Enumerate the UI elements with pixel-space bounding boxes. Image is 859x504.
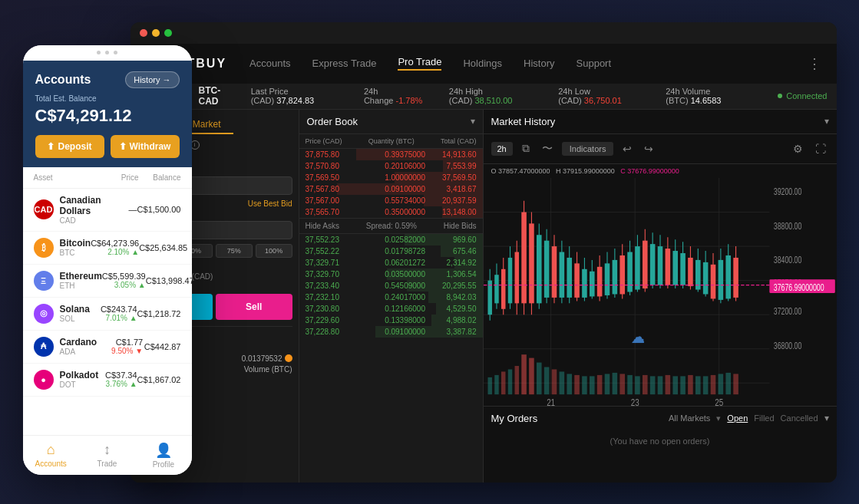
spread-row: Hide Asks Spread: 0.59% Hide Bids <box>299 218 483 234</box>
asset-name-cad: Canadian Dollars <box>60 195 102 216</box>
trading-pair[interactable]: BTC-CAD <box>199 85 240 107</box>
orders-filled-filter[interactable]: Filled <box>754 413 774 423</box>
bid-row[interactable]: 37,329.70 0.03500000 1,306.54 <box>299 268 483 280</box>
chart-header: Market History ▾ <box>484 110 837 134</box>
timeframe-2h-button[interactable]: 2h <box>491 142 513 156</box>
mobile-history-button[interactable]: History → <box>125 71 179 88</box>
nav-accounts[interactable]: Accounts <box>249 58 290 69</box>
asset-price-btc: C$64,273.96 <box>91 239 139 248</box>
ask-row[interactable]: 37,567.80 0.09100000 3,418.67 <box>299 183 483 195</box>
col-header-price: Price <box>97 173 139 182</box>
filter-separator-1: ▾ <box>716 413 721 423</box>
ask-price: 37,569.50 <box>306 173 359 182</box>
svg-text:25: 25 <box>715 396 723 406</box>
bid-row[interactable]: 37,229.60 0.13398000 4,988.02 <box>299 315 483 326</box>
svg-rect-92 <box>596 374 602 394</box>
bid-row[interactable]: 37,233.40 0.54509000 20,295.55 <box>299 280 483 292</box>
bid-qty: 0.01798728 <box>364 247 425 255</box>
asset-icon-eth: Ξ <box>34 271 54 291</box>
accounts-nav-icon: ⌂ <box>47 442 55 458</box>
asset-balance-btc: C$25,634.85 <box>139 243 187 252</box>
chart-chevron[interactable]: ▾ <box>824 116 829 127</box>
nav-support[interactable]: Support <box>577 58 612 69</box>
nav-history[interactable]: History <box>524 58 554 69</box>
orders-empty-message: (You have no open orders) <box>491 436 829 446</box>
asset-symbol-btc: BTC <box>60 249 91 257</box>
bid-row[interactable]: 37,329.71 0.06201272 2,314.92 <box>299 257 483 268</box>
mobile-deposit-button[interactable]: ⬆ Deposit <box>35 135 104 158</box>
svg-rect-89 <box>574 374 580 394</box>
mobile-asset-row[interactable]: CAD Canadian Dollars CAD — C$1,500.00 <box>23 189 192 232</box>
connection-status: Connected <box>778 91 827 100</box>
ask-row[interactable]: 37,567.00 0.55734000 20,937.59 <box>299 195 483 206</box>
mobile-asset-row[interactable]: Ξ Ethereum ETH C$5,599.39 3.05% ▲ C$13,9… <box>23 265 192 298</box>
order-book-chevron[interactable]: ▾ <box>471 116 475 127</box>
fullscreen-icon[interactable]: ⛶ <box>812 141 829 156</box>
ask-row[interactable]: 37,565.70 0.35000000 13,148.00 <box>299 206 483 218</box>
ask-row[interactable]: 37,570.80 0.20106000 7,553.99 <box>299 160 483 172</box>
24h-change: 24h Change -1.78% <box>364 87 438 105</box>
ask-row[interactable]: 37,875.80 0.39375000 14,913.60 <box>299 149 483 160</box>
bid-row[interactable]: 37,230.80 0.12166000 4,529.50 <box>299 303 483 315</box>
asset-list-header: Asset Price Balance <box>23 167 192 189</box>
last-price: Last Price (CAD) 37,824.83 <box>251 87 353 105</box>
bid-price: 37,552.23 <box>306 236 359 244</box>
settings-icon[interactable]: ⚙ <box>790 141 806 156</box>
mobile-asset-row[interactable]: ₳ Cardano ADA C$1.77 9.50% ▼ C$442.87 <box>23 331 192 364</box>
chart-canvas: 21 23 25 39200.00 38800.00 38400.00 3767… <box>484 178 837 406</box>
close-dot[interactable] <box>140 29 147 37</box>
pct-100-button[interactable]: 100% <box>256 244 292 258</box>
mobile-asset-row[interactable]: ◎ Solana SOL C$243.74 7.01% ▲ C$1,218.72 <box>23 298 192 331</box>
asset-price-sol: C$243.74 <box>101 305 137 314</box>
bid-row[interactable]: 37,552.22 0.01798728 675.46 <box>299 245 483 257</box>
orders-cancelled-filter[interactable]: Cancelled <box>781 413 818 423</box>
asset-price-col-cad: — <box>102 205 137 214</box>
svg-rect-82 <box>521 354 527 394</box>
bid-rows: 37,552.23 0.02582000 969.60 37,552.22 0.… <box>299 234 483 338</box>
mobile-asset-row[interactable]: ● Polkadot DOT C$37.34 3.76% ▲ C$1,867.0… <box>23 364 192 397</box>
minimize-dot[interactable] <box>152 29 160 37</box>
order-book-header: Order Book ▾ <box>299 110 483 134</box>
svg-rect-110 <box>733 374 738 394</box>
chart-type-icon[interactable]: ⧉ <box>519 140 533 156</box>
nav-express-trade[interactable]: Express Trade <box>312 58 377 69</box>
asset-price-ada: C$1.77 <box>105 338 143 347</box>
pct-75-button[interactable]: 75% <box>216 244 253 258</box>
bid-row[interactable]: 37,228.80 0.09100000 3,387.82 <box>299 326 483 338</box>
indicators-button[interactable]: Indicators <box>562 142 614 156</box>
mobile-withdraw-button[interactable]: ⬆ Withdraw <box>111 135 180 158</box>
orders-market-filter[interactable]: All Markets <box>669 413 710 423</box>
title-bar <box>131 22 837 44</box>
asset-info-sol: Solana SOL <box>60 304 101 323</box>
mobile-asset-row[interactable]: ₿ Bitcoin BTC C$64,273.96 2.10% ▲ C$25,6… <box>23 232 192 265</box>
sell-button[interactable]: Sell <box>216 294 292 320</box>
redo-icon[interactable]: ↪ <box>641 141 656 156</box>
asset-price-dot: C$37.34 <box>102 371 137 380</box>
orders-open-filter[interactable]: Open <box>727 413 748 423</box>
svg-text:39200.00: 39200.00 <box>773 187 801 197</box>
undo-icon[interactable]: ↩ <box>619 141 635 156</box>
svg-rect-91 <box>590 376 595 394</box>
col-header-asset: Asset <box>34 173 97 182</box>
orders-chevron[interactable]: ▾ <box>824 413 829 423</box>
asset-price-col-btc: C$64,273.96 2.10% ▲ <box>91 239 139 256</box>
more-menu-button[interactable]: ⋮ <box>808 55 821 72</box>
hide-bids-link[interactable]: Hide Bids <box>444 222 477 230</box>
ask-row[interactable]: 37,569.50 1.00000000 37,569.50 <box>299 172 483 183</box>
deposit-icon: ⬆ <box>47 141 55 152</box>
mobile-nav-trade[interactable]: ↕ Trade <box>79 436 135 475</box>
svg-rect-100 <box>657 376 662 394</box>
nav-holdings[interactable]: Holdings <box>463 58 502 69</box>
mobile-nav-profile[interactable]: 👤 Profile <box>135 436 191 475</box>
svg-text:21: 21 <box>547 396 555 406</box>
mobile-nav-accounts[interactable]: ⌂ Accounts <box>23 436 79 475</box>
asset-info-btc: Bitcoin BTC <box>60 238 91 257</box>
bid-row[interactable]: 37,552.23 0.02582000 969.60 <box>299 234 483 245</box>
wave-icon[interactable]: 〜 <box>539 140 556 157</box>
hide-asks-link[interactable]: Hide Asks <box>306 222 339 230</box>
bid-qty: 0.12166000 <box>364 305 425 313</box>
nav-pro-trade[interactable]: Pro Trade <box>398 56 441 71</box>
bid-price: 37,228.80 <box>306 328 359 336</box>
bid-row[interactable]: 37,232.10 0.24017000 8,942.03 <box>299 292 483 303</box>
maximize-dot[interactable] <box>164 29 172 37</box>
